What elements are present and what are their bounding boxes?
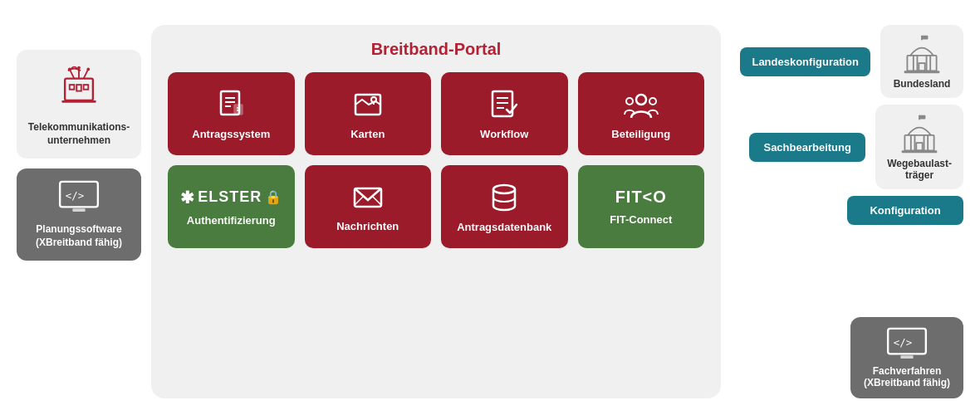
left-column: Telekommunikations- unternehmen </> Plan… — [17, 50, 141, 398]
svg-rect-41 — [904, 71, 940, 73]
portal-grid-row2: ✱ ELSTER 🔒 Authentifizierung Nachrichten — [168, 165, 704, 248]
karten-card[interactable]: Karten — [305, 72, 432, 155]
sachbearbeitung-btn[interactable]: Sachbearbeitung — [749, 133, 865, 162]
nachrichten-label: Nachrichten — [336, 220, 399, 232]
wegebau-label: Wegebaulast-träger — [887, 158, 952, 181]
svg-point-7 — [68, 68, 71, 71]
svg-rect-10 — [61, 100, 96, 103]
fitconnect-label: FIT-Connect — [610, 213, 672, 226]
sachbearbeitung-row: Sachbearbeitung Wegebaulast-t — [731, 105, 963, 189]
svg-rect-35 — [922, 36, 928, 40]
svg-text:</>: </> — [66, 190, 84, 202]
fachverfahren-box: </> Fachverfahren(XBreitband fähig) — [850, 317, 963, 398]
fitconnect-card[interactable]: FIT<O FIT-Connect — [578, 165, 705, 248]
svg-rect-3 — [76, 85, 81, 91]
workflow-label: Workflow — [480, 128, 528, 140]
planning-icon: </> — [58, 180, 100, 217]
svg-rect-1 — [70, 85, 75, 90]
elster-content: ✱ ELSTER 🔒 — [180, 188, 282, 208]
telecom-icon — [54, 61, 104, 115]
telecom-label: Telekommunikations- unternehmen — [25, 121, 133, 147]
elster-text: ELSTER — [198, 188, 262, 206]
antragssystem-label: Antragssystem — [192, 128, 270, 140]
svg-rect-44 — [919, 115, 925, 120]
svg-rect-2 — [84, 85, 89, 90]
portal-title: Breitband-Portal — [168, 40, 704, 59]
diagram: Telekommunikations- unternehmen </> Plan… — [17, 17, 963, 398]
svg-point-28 — [636, 95, 646, 105]
antragsdatenbank-label: Antragsdatenbank — [457, 221, 551, 233]
svg-rect-53 — [900, 355, 913, 359]
konfiguration-btn[interactable]: Konfiguration — [847, 196, 963, 225]
svg-line-4 — [70, 69, 75, 78]
svg-rect-13 — [72, 208, 85, 212]
beteiligung-label: Beteiligung — [611, 128, 670, 140]
right-column: Landeskonfiguration — [731, 25, 963, 398]
fachverfahren-label: Fachverfahren(XBreitband fähig) — [864, 365, 950, 388]
antragssystem-card[interactable]: Antragssystem — [168, 72, 295, 155]
nachrichten-card[interactable]: Nachrichten — [305, 165, 432, 248]
wegebau-box: Wegebaulast-träger — [875, 105, 963, 189]
right-middle: Sachbearbeitung Wegebaulast-t — [731, 105, 963, 310]
svg-rect-18 — [234, 105, 243, 115]
antragsdatenbank-card[interactable]: Antragsdatenbank — [441, 165, 568, 248]
bundesland-box: Bundesland — [880, 25, 963, 98]
svg-rect-49 — [916, 143, 922, 150]
svg-rect-40 — [919, 63, 924, 71]
konfiguration-row: Konfiguration — [731, 196, 963, 225]
planning-label: Planungssoftware(XBreitband fähig) — [36, 223, 122, 249]
svg-point-32 — [493, 185, 515, 193]
karten-label: Karten — [350, 128, 385, 140]
right-top: Landeskonfiguration — [731, 25, 963, 98]
svg-point-29 — [626, 98, 633, 105]
svg-rect-50 — [902, 150, 938, 153]
elster-star: ✱ — [180, 188, 194, 208]
svg-line-6 — [84, 69, 89, 78]
auth-card[interactable]: ✱ ELSTER 🔒 Authentifizierung — [168, 165, 295, 248]
telecom-box: Telekommunikations- unternehmen — [17, 50, 141, 159]
svg-point-9 — [86, 68, 90, 71]
right-bottom: </> Fachverfahren(XBreitband fähig) — [731, 317, 963, 398]
landeskonfiguration-btn[interactable]: Landeskonfiguration — [740, 47, 870, 76]
beteiligung-card[interactable]: Beteiligung — [578, 72, 705, 155]
elster-lock-icon: 🔒 — [265, 189, 282, 205]
svg-point-8 — [77, 66, 81, 70]
portal-grid-row1: Antragssystem Karten — [168, 72, 704, 155]
svg-text:</>: </> — [894, 337, 912, 349]
workflow-card[interactable]: Workflow — [441, 72, 568, 155]
breitband-portal: Breitband-Portal Antragssystem — [151, 25, 721, 398]
planning-box: </> Planungssoftware(XBreitband fähig) — [17, 168, 141, 261]
fitco-text: FIT<O — [615, 188, 667, 207]
auth-label: Authentifizierung — [187, 214, 276, 227]
bundesland-label: Bundesland — [894, 78, 951, 90]
svg-point-22 — [371, 97, 376, 102]
svg-point-30 — [649, 98, 656, 105]
